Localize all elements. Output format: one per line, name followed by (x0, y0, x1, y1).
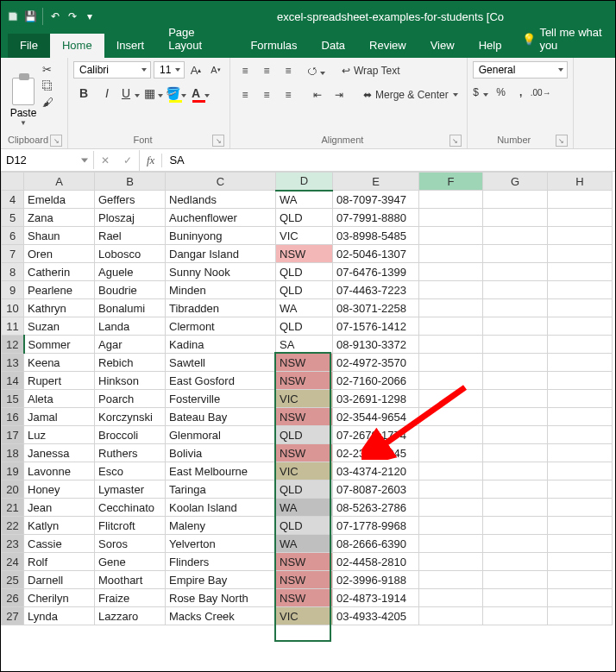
cell[interactable]: 03-4374-2120 (333, 462, 419, 480)
column-header-A[interactable]: A (24, 173, 95, 191)
cell[interactable]: Zana (24, 209, 95, 227)
table-row[interactable]: 11SuzanLandaClermontQLD07-1576-1412 (2, 317, 613, 336)
cell[interactable] (419, 462, 483, 480)
cell[interactable] (419, 589, 483, 607)
autosave-icon[interactable] (6, 9, 20, 23)
cell[interactable]: Suzan (24, 317, 95, 336)
row-header[interactable]: 12 (2, 336, 24, 354)
cell[interactable]: 02-7160-2066 (333, 372, 419, 390)
cell[interactable] (419, 299, 483, 317)
cell[interactable]: East Melbourne (166, 462, 276, 480)
cell[interactable]: QLD (276, 317, 333, 336)
increase-font-icon[interactable]: A▴ (187, 61, 204, 79)
align-right-icon[interactable]: ≡ (279, 85, 298, 104)
cell[interactable] (548, 426, 613, 444)
cell[interactable] (548, 444, 613, 462)
cell[interactable]: VIC (276, 227, 333, 245)
row-header[interactable]: 14 (2, 372, 24, 390)
cell[interactable]: Rupert (24, 372, 95, 390)
cell[interactable] (419, 408, 483, 426)
cell[interactable]: Lynda (24, 607, 95, 625)
row-header[interactable]: 27 (2, 607, 24, 625)
cell[interactable]: QLD (276, 517, 333, 535)
cell[interactable]: NSW (276, 571, 333, 589)
cell[interactable]: WA (276, 191, 333, 209)
cell[interactable]: WA (276, 499, 333, 517)
cell[interactable] (483, 245, 548, 263)
cell[interactable] (548, 517, 613, 535)
cell[interactable] (483, 317, 548, 336)
row-header[interactable]: 6 (2, 227, 24, 245)
cell[interactable]: Oren (24, 245, 95, 263)
table-row[interactable]: 26CherilynFraizeRose Bay NorthNSW02-4873… (2, 589, 613, 607)
table-row[interactable]: 10KathrynBonalumiTibraddenWA08-3071-2258 (2, 299, 613, 317)
column-header-F[interactable]: F (419, 173, 483, 191)
cell[interactable] (548, 499, 613, 517)
cell[interactable]: 08-9130-3372 (333, 336, 419, 354)
align-middle-icon[interactable]: ≡ (257, 61, 276, 80)
cell[interactable]: 03-2691-1298 (333, 390, 419, 408)
table-row[interactable]: 13KeenaRebichSawtellNSW02-4972-3570 (2, 354, 613, 372)
row-header[interactable]: 18 (2, 444, 24, 462)
cell[interactable] (548, 227, 613, 245)
column-header-C[interactable]: C (166, 173, 276, 191)
copy-icon[interactable]: ⿻ (42, 79, 60, 92)
table-row[interactable]: 23CassieSorosYelvertonWA08-2666-6390 (2, 535, 613, 553)
cell[interactable] (419, 607, 483, 625)
cell[interactable]: 03-4933-4205 (333, 607, 419, 625)
column-header-G[interactable]: G (483, 173, 548, 191)
cell[interactable]: Darnell (24, 571, 95, 589)
cell[interactable]: Poarch (95, 390, 166, 408)
row-header[interactable]: 24 (2, 553, 24, 571)
cell[interactable]: Taringa (166, 480, 276, 499)
row-header[interactable]: 9 (2, 281, 24, 299)
align-center-icon[interactable]: ≡ (257, 85, 276, 104)
cell[interactable] (419, 517, 483, 535)
cell[interactable]: 08-3071-2258 (333, 299, 419, 317)
cell[interactable] (483, 299, 548, 317)
table-row[interactable]: 22KatlynFlitcroftMalenyQLD07-1778-9968 (2, 517, 613, 535)
column-header-D[interactable]: D (276, 173, 333, 191)
cell[interactable]: Clermont (166, 317, 276, 336)
fx-icon[interactable]: fx (140, 154, 162, 167)
align-bottom-icon[interactable]: ≡ (279, 61, 298, 80)
table-row[interactable]: 27LyndaLazzaroMacks CreekVIC03-4933-4205 (2, 607, 613, 625)
cell[interactable]: 03-8998-5485 (333, 227, 419, 245)
row-header[interactable]: 17 (2, 426, 24, 444)
cell[interactable]: 02-4972-3570 (333, 354, 419, 372)
table-row[interactable]: 4EmeldaGeffersNedlandsWA08-7097-3947 (2, 191, 613, 209)
tab-home[interactable]: Home (50, 34, 104, 58)
cell[interactable]: NSW (276, 444, 333, 462)
row-header[interactable]: 19 (2, 462, 24, 480)
cell[interactable] (483, 209, 548, 227)
cell[interactable] (548, 535, 613, 553)
accounting-format-button[interactable]: $ (473, 84, 490, 101)
cell[interactable]: Janessa (24, 444, 95, 462)
cell[interactable]: Cassie (24, 535, 95, 553)
merge-center-button[interactable]: ⬌Merge & Center (359, 87, 462, 103)
table-row[interactable]: 14RupertHinksonEast GosfordNSW02-7160-20… (2, 372, 613, 390)
number-dialog-launcher[interactable]: ↘ (556, 135, 568, 147)
cell[interactable] (419, 390, 483, 408)
cell[interactable]: Bonalumi (95, 299, 166, 317)
cell[interactable]: Jean (24, 499, 95, 517)
cell[interactable]: Jamal (24, 408, 95, 426)
decrease-indent-icon[interactable]: ⇤ (308, 85, 327, 104)
row-header[interactable]: 13 (2, 354, 24, 372)
cell[interactable]: Bateau Bay (166, 408, 276, 426)
increase-indent-icon[interactable]: ⇥ (330, 85, 349, 104)
cell[interactable]: Fosterville (166, 390, 276, 408)
cell[interactable]: Aguele (95, 263, 166, 281)
cell[interactable]: 08-7097-3947 (333, 191, 419, 209)
cell[interactable] (483, 571, 548, 589)
cell[interactable]: Landa (95, 317, 166, 336)
cell[interactable] (483, 553, 548, 571)
cell[interactable] (483, 517, 548, 535)
cell[interactable]: Bolivia (166, 444, 276, 462)
cell[interactable]: Hinkson (95, 372, 166, 390)
cell[interactable]: 02-4458-2810 (333, 553, 419, 571)
row-header[interactable]: 4 (2, 191, 24, 209)
cell[interactable] (548, 462, 613, 480)
save-icon[interactable]: 💾 (23, 9, 37, 23)
cell[interactable] (419, 354, 483, 372)
